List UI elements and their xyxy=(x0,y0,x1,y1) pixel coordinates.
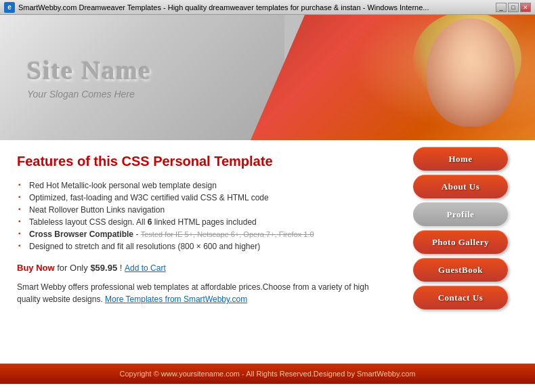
minimize-button[interactable]: _ xyxy=(496,3,507,12)
more-templates-link[interactable]: More Templates from SmartWebby.com xyxy=(105,295,247,304)
content-area: Features of this CSS Personal Template R… xyxy=(0,140,535,364)
main-content: Features of this CSS Personal Template R… xyxy=(0,140,403,364)
nav-home-button[interactable]: Home xyxy=(413,147,508,171)
price-prefix: for Only xyxy=(57,263,90,273)
page-wrapper: Site Name Your Slogan Comes Here Feature… xyxy=(0,15,535,392)
buy-now-text: Buy Now xyxy=(17,263,55,273)
features-title: Features of this CSS Personal Template xyxy=(17,154,386,169)
strikethrough-text: Tested for IE 5+, Netscape 6+, Opera 7+,… xyxy=(141,230,314,238)
site-slogan: Your Slogan Comes Here xyxy=(27,89,284,100)
bold-text: 6 xyxy=(148,217,152,227)
header-right xyxy=(251,15,535,140)
nav-contact-button[interactable]: Contact Us xyxy=(413,286,508,309)
exclamation: ! xyxy=(120,263,123,273)
restore-button[interactable]: □ xyxy=(508,3,519,12)
list-item: Optimized, fast-loading and W3C certifie… xyxy=(17,192,386,204)
header: Site Name Your Slogan Comes Here xyxy=(0,15,535,140)
price-text: $59.95 xyxy=(90,263,117,273)
hair-decoration xyxy=(413,15,521,106)
close-button[interactable]: ✕ xyxy=(520,3,531,12)
window-controls: _ □ ✕ xyxy=(496,3,531,12)
site-name: Site Name xyxy=(27,56,284,85)
list-item: Tableless layout CSS design. All 6 linke… xyxy=(17,216,386,228)
footer: Copyright © www.yoursitename.com - All R… xyxy=(0,364,535,384)
feature-list: Red Hot Metallic-look personal web templ… xyxy=(17,179,386,253)
title-bar-text: SmartWebby.com Dreamweaver Templates - H… xyxy=(18,3,496,12)
buy-section: Buy Now for Only $59.95 ! Add to Cart xyxy=(17,263,386,273)
add-to-cart-link[interactable]: Add to Cart xyxy=(125,263,166,273)
nav-photo-button[interactable]: Photo Gallery xyxy=(413,230,508,254)
list-item: Designed to stretch and fit all resoluti… xyxy=(17,240,386,253)
list-item: Red Hot Metallic-look personal web templ… xyxy=(17,179,386,192)
list-item: Neat Rollover Button Links navigation xyxy=(17,204,386,216)
nav-about-button[interactable]: About Us xyxy=(413,175,508,198)
list-item: Cross Browser Compatible - Tested for IE… xyxy=(17,228,386,240)
face-decoration xyxy=(427,18,515,127)
header-left: Site Name Your Slogan Comes Here xyxy=(0,15,284,140)
footer-text: Copyright © www.yoursitename.com - All R… xyxy=(120,370,416,378)
description-text: Smart Webby offers professional web temp… xyxy=(17,281,386,305)
nav-profile-button[interactable]: Profile xyxy=(413,202,508,226)
nav-guestbook-button[interactable]: GuestBook xyxy=(413,258,508,282)
header-image xyxy=(386,15,521,140)
bold-text: Cross Browser Compatible xyxy=(29,230,133,239)
sidebar: Home About Us Profile Photo Gallery Gues… xyxy=(403,140,518,364)
browser-icon: e xyxy=(4,2,15,13)
title-bar: e SmartWebby.com Dreamweaver Templates -… xyxy=(0,0,535,15)
